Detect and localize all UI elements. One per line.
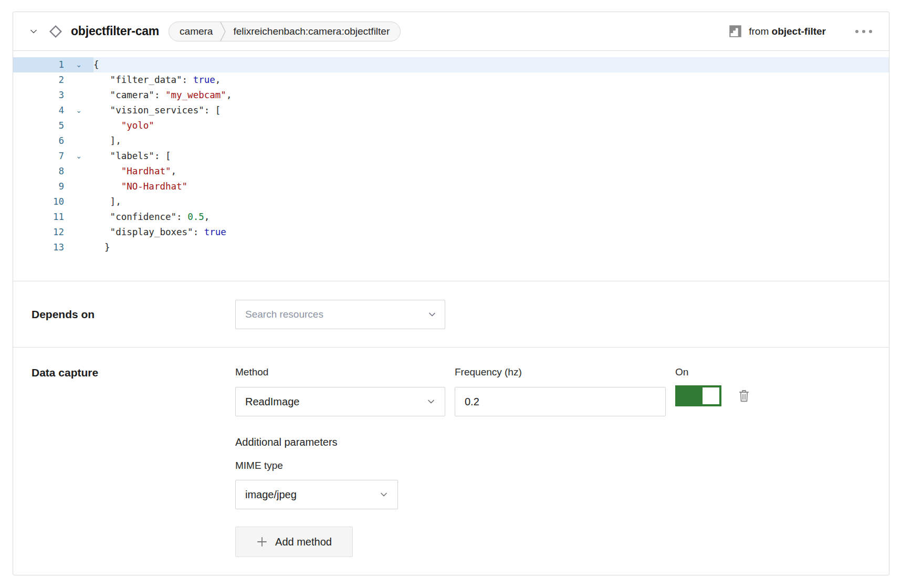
add-method-label: Add method — [275, 536, 332, 548]
json-config-editor[interactable]: 1⌄{2 "filter_data": true,3 "camera": "my… — [13, 51, 889, 281]
line-number: 11 — [13, 209, 64, 225]
data-capture-section: Data capture Method ReadImage Frequency … — [13, 347, 889, 557]
from-module-label: from object-filter — [749, 26, 826, 37]
method-label: Method — [235, 366, 445, 378]
fold-spacer — [64, 179, 93, 194]
capture-on-toggle[interactable] — [675, 385, 721, 406]
code-line-13[interactable]: 13 } — [13, 240, 889, 255]
editor-gutter: 1⌄ — [13, 57, 93, 72]
chevron-down-icon — [426, 396, 436, 407]
search-resources-input[interactable] — [235, 300, 445, 329]
line-number: 1 — [13, 57, 64, 72]
editor-gutter: 10 — [13, 194, 93, 209]
line-number: 3 — [13, 88, 64, 103]
editor-gutter: 11 — [13, 209, 93, 225]
trash-icon — [737, 388, 751, 404]
editor-gutter: 2 — [13, 72, 93, 88]
code-line-content[interactable]: "confidence": 0.5, — [93, 209, 209, 225]
code-line-content[interactable]: "display_boxes": true — [93, 225, 226, 240]
fold-spacer — [64, 164, 93, 179]
depends-on-heading: Depends on — [32, 308, 235, 321]
line-number: 6 — [13, 133, 64, 149]
component-type: camera — [169, 22, 220, 41]
code-line-8[interactable]: 8 "Hardhat", — [13, 164, 889, 179]
code-line-content[interactable]: "labels": [ — [93, 149, 171, 164]
method-selected-value: ReadImage — [245, 396, 299, 408]
plus-icon — [256, 536, 268, 548]
component-name: objectfilter-cam — [71, 24, 159, 38]
fold-spacer — [64, 72, 93, 88]
code-line-4[interactable]: 4⌄ "vision_services": [ — [13, 103, 889, 118]
code-line-content[interactable]: "NO-Hardhat" — [93, 179, 187, 194]
editor-gutter: 8 — [13, 164, 93, 179]
fold-spacer — [64, 88, 93, 103]
code-line-content[interactable]: "camera": "my_webcam", — [93, 88, 232, 103]
component-card-header: objectfilter-cam camera felixreichenbach… — [13, 12, 889, 51]
chevron-down-icon — [379, 489, 389, 500]
code-line-content[interactable]: ], — [93, 133, 121, 149]
line-number: 10 — [13, 194, 64, 209]
line-number: 2 — [13, 72, 64, 88]
code-line-content[interactable]: "yolo" — [93, 118, 154, 133]
line-number: 7 — [13, 149, 64, 164]
code-line-content[interactable]: } — [93, 240, 110, 255]
fold-chevron-icon[interactable]: ⌄ — [64, 149, 93, 164]
frequency-label: Frequency (hz) — [455, 366, 666, 378]
line-number: 4 — [13, 103, 64, 118]
editor-gutter: 3 — [13, 88, 93, 103]
editor-gutter: 9 — [13, 179, 93, 194]
code-line-6[interactable]: 6 ], — [13, 133, 889, 149]
fold-spacer — [64, 240, 93, 255]
editor-gutter: 13 — [13, 240, 93, 255]
collapse-card-button[interactable] — [28, 26, 39, 37]
code-line-10[interactable]: 10 ], — [13, 194, 889, 209]
code-line-3[interactable]: 3 "camera": "my_webcam", — [13, 88, 889, 103]
fold-chevron-icon[interactable]: ⌄ — [64, 103, 93, 118]
code-line-12[interactable]: 12 "display_boxes": true — [13, 225, 889, 240]
method-select[interactable]: ReadImage — [235, 387, 445, 416]
frequency-input[interactable] — [455, 387, 666, 416]
editor-gutter: 7⌄ — [13, 149, 93, 164]
fold-chevron-icon[interactable]: ⌄ — [64, 57, 93, 72]
chevron-down-icon — [28, 26, 39, 37]
component-diamond-icon — [48, 24, 64, 39]
component-card: objectfilter-cam camera felixreichenbach… — [13, 12, 889, 575]
code-line-9[interactable]: 9 "NO-Hardhat" — [13, 179, 889, 194]
fold-spacer — [64, 225, 93, 240]
mime-type-label: MIME type — [235, 460, 751, 471]
code-line-5[interactable]: 5 "yolo" — [13, 118, 889, 133]
fold-spacer — [64, 133, 93, 149]
line-number: 9 — [13, 179, 64, 194]
component-type-model-tag: camera felixreichenbach:camera:objectfil… — [169, 22, 401, 41]
delete-method-button[interactable] — [737, 388, 751, 404]
fold-spacer — [64, 118, 93, 133]
code-line-content[interactable]: "vision_services": [ — [93, 103, 221, 118]
editor-gutter: 12 — [13, 225, 93, 240]
from-text: from — [749, 26, 769, 37]
code-line-content[interactable]: ], — [93, 194, 121, 209]
mime-selected-value: image/jpeg — [245, 489, 297, 501]
code-line-content[interactable]: "Hardhat", — [93, 164, 176, 179]
capture-toggle-label: On — [675, 366, 751, 378]
line-number: 13 — [13, 240, 64, 255]
editor-gutter: 5 — [13, 118, 93, 133]
code-line-11[interactable]: 11 "confidence": 0.5, — [13, 209, 889, 225]
code-line-1[interactable]: 1⌄{ — [13, 57, 889, 72]
module-icon — [728, 24, 742, 38]
toggle-knob — [703, 387, 719, 404]
additional-parameters-heading: Additional parameters — [235, 436, 751, 448]
mime-type-select[interactable]: image/jpeg — [235, 480, 398, 509]
editor-gutter: 4⌄ — [13, 103, 93, 118]
code-line-content[interactable]: "filter_data": true, — [93, 72, 221, 88]
add-method-button[interactable]: Add method — [235, 527, 353, 557]
more-menu-button[interactable] — [854, 27, 873, 36]
tag-separator-chevron-icon — [220, 22, 227, 41]
data-capture-heading: Data capture — [32, 366, 235, 379]
code-line-7[interactable]: 7⌄ "labels": [ — [13, 149, 889, 164]
component-model: felixreichenbach:camera:objectfilter — [227, 22, 400, 41]
line-number: 8 — [13, 164, 64, 179]
code-line-content[interactable]: { — [93, 57, 99, 72]
fold-spacer — [64, 209, 93, 225]
module-name-text: object-filter — [772, 26, 826, 37]
code-line-2[interactable]: 2 "filter_data": true, — [13, 72, 889, 88]
